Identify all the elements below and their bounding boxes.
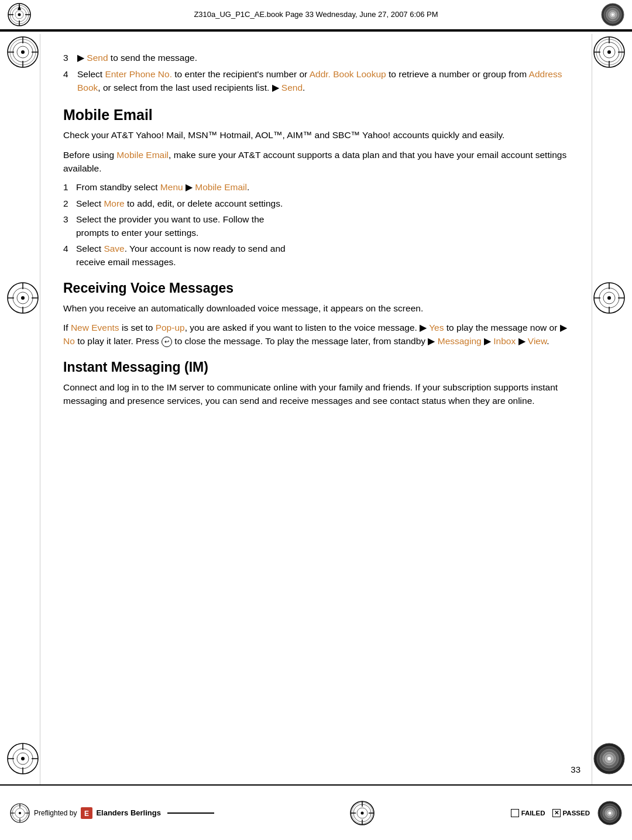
- intro-numbered-list: 3 ▶ Send to send the message. 4 Select E…: [63, 52, 569, 94]
- corner-mark-bot-right: [592, 742, 626, 776]
- messaging-link: Messaging: [438, 336, 482, 346]
- footer-compass-right: [597, 800, 623, 826]
- corner-mark-top-right: [592, 35, 626, 69]
- svg-point-65: [19, 812, 21, 814]
- instant-messaging-section: Instant Messaging (IM) Connect and log i…: [63, 359, 569, 407]
- mobile-email-step-2-text: Select More to add, edit, or delete acco…: [76, 197, 283, 210]
- svg-point-75: [361, 811, 364, 814]
- footer-underline: [167, 812, 214, 814]
- new-events-link: New Events: [71, 323, 119, 332]
- mobile-email-step-3-num: 3: [63, 213, 76, 239]
- preflight-text: Preflighted by: [34, 809, 77, 817]
- mobile-email-section: Mobile Email Check your AT&T Yahoo! Mail…: [63, 106, 569, 269]
- addr-book-link: Addr. Book Lookup: [310, 69, 386, 79]
- mobile-email-link: Mobile Email: [116, 150, 169, 160]
- svg-point-1: [18, 13, 21, 16]
- svg-point-17: [21, 50, 25, 54]
- svg-point-43: [607, 296, 611, 300]
- header-compass-left: [7, 2, 32, 27]
- intro-item-3: 3 ▶ Send to send the message.: [63, 52, 569, 64]
- instant-messaging-heading: Instant Messaging (IM): [63, 359, 569, 376]
- svg-point-15: [612, 13, 614, 16]
- svg-point-63: [607, 757, 611, 760]
- intro-item-3-text: ▶ Send to send the message.: [77, 52, 569, 64]
- mobile-email-step-2: 2 Select More to add, edit, or delete ac…: [63, 197, 569, 210]
- passed-label: PASSED: [563, 810, 590, 817]
- mobile-email-step-4-num: 4: [63, 242, 76, 269]
- svg-point-88: [609, 811, 612, 814]
- mobile-email-step-4: 4 Select Save. Your account is now ready…: [63, 242, 569, 269]
- mobile-email-list: 1 From standby select Menu ▶ Mobile Emai…: [63, 181, 569, 269]
- footer-center: [349, 800, 375, 826]
- mobile-email-step-3-text: Select the provider you want to use. Fol…: [76, 213, 264, 239]
- corner-mark-bot-left: [6, 742, 40, 776]
- main-content: 3 ▶ Send to send the message. 4 Select E…: [51, 34, 581, 781]
- elanders-logo: E Elanders Berlings: [80, 807, 161, 820]
- header-compass-right: [600, 2, 625, 27]
- passed-checkbox: ✕ PASSED: [552, 809, 590, 817]
- failed-checkbox: FAILED: [511, 809, 545, 817]
- company-name: Elanders Berlings: [96, 808, 161, 817]
- yes-link: Yes: [429, 323, 444, 332]
- footer-compass-left: [9, 803, 30, 824]
- mobile-email-step-4-text: Select Save. Your account is now ready t…: [76, 242, 286, 269]
- mobile-email-step-1: 1 From standby select Menu ▶ Mobile Emai…: [63, 181, 569, 194]
- mobile-email-step-1-num: 1: [63, 181, 76, 194]
- mobile-email-heading: Mobile Email: [63, 106, 569, 124]
- popup-link: Pop-up: [156, 323, 185, 332]
- voice-msg-intro-para: When you receive an automatically downlo…: [63, 301, 569, 315]
- corner-mark-mid-right: [592, 281, 626, 315]
- mobile-email-step-2-num: 2: [63, 197, 76, 210]
- save-link: Save: [104, 244, 124, 253]
- right-margin-line: [592, 34, 592, 784]
- intro-item-4: 4 Select Enter Phone No. to enter the re…: [63, 68, 569, 94]
- enter-phone-link: Enter Phone No.: [105, 69, 172, 79]
- header-bottom-line: [0, 30, 632, 32]
- passed-checkbox-box: ✕: [552, 809, 561, 817]
- left-margin-line: [40, 34, 40, 784]
- inbox-link: Inbox: [493, 336, 516, 346]
- svg-text:E: E: [84, 810, 89, 818]
- mobile-email-before-para: Before using Mobile Email, make sure you…: [63, 148, 569, 176]
- voice-messages-heading: Receiving Voice Messages: [63, 280, 569, 297]
- svg-point-26: [607, 50, 611, 54]
- mobile-email-intro-para: Check your AT&T Yahoo! Mail, MSN™ Hotmai…: [63, 128, 569, 142]
- failed-checkbox-box: [511, 809, 519, 817]
- intro-item-3-num: 3: [63, 52, 77, 64]
- intro-item-4-text: Select Enter Phone No. to enter the reci…: [77, 68, 569, 94]
- voice-msg-detail-para: If New Events is set to Pop-up, you are …: [63, 321, 569, 348]
- view-link: View: [528, 336, 547, 346]
- send-link-2: Send: [281, 83, 303, 92]
- back-button-symbol: ↩: [162, 337, 172, 347]
- header-title: Z310a_UG_P1C_AE.book Page 33 Wednesday, …: [37, 10, 595, 20]
- svg-point-35: [21, 296, 25, 300]
- no-link: No: [63, 336, 75, 346]
- mobile-email-link-2: Mobile Email: [195, 182, 247, 192]
- voice-messages-section: Receiving Voice Messages When you receiv…: [63, 280, 569, 348]
- menu-link: Menu: [160, 182, 183, 192]
- header-bar: Z310a_UG_P1C_AE.book Page 33 Wednesday, …: [0, 0, 632, 30]
- more-link: More: [104, 198, 124, 208]
- send-link-1: Send: [87, 53, 108, 63]
- corner-mark-top-left: [6, 35, 40, 69]
- footer-bar: Preflighted by E Elanders Berlings: [0, 784, 632, 840]
- failed-label: FAILED: [521, 810, 545, 817]
- mobile-email-step-3: 3 Select the provider you want to use. F…: [63, 213, 569, 239]
- im-intro-para: Connect and log in to the IM server to c…: [63, 380, 569, 408]
- page-number: 33: [571, 764, 581, 774]
- footer-compass-center: [349, 800, 375, 826]
- corner-mark-mid-left: [6, 281, 40, 315]
- intro-item-4-num: 4: [63, 68, 77, 94]
- footer-left: Preflighted by E Elanders Berlings: [9, 803, 214, 824]
- svg-point-51: [21, 757, 25, 760]
- mobile-email-step-1-text: From standby select Menu ▶ Mobile Email.: [76, 181, 249, 194]
- footer-right: FAILED ✕ PASSED: [511, 800, 623, 826]
